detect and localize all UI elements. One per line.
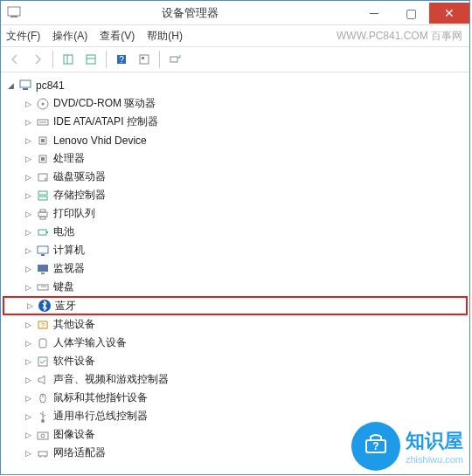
network-icon [36, 446, 50, 460]
tree-item-label: 电池 [53, 224, 74, 239]
toolbar: ? [1, 46, 469, 72]
tree-item[interactable]: ▷鼠标和其他指针设备 [3, 389, 468, 407]
camera-icon [36, 428, 50, 442]
toolbar-show-hide[interactable] [58, 49, 79, 70]
window-title: 设备管理器 [24, 5, 356, 21]
svg-rect-24 [38, 197, 47, 200]
svg-point-44 [41, 419, 45, 423]
expand-icon[interactable]: ▷ [22, 226, 34, 238]
expand-icon[interactable]: ▷ [22, 281, 34, 293]
tree-item-label: 蓝牙 [55, 299, 76, 314]
expand-icon[interactable]: ▷ [24, 300, 36, 312]
tree-item-label: 声音、视频和游戏控制器 [53, 372, 169, 387]
expand-icon[interactable]: ▷ [22, 116, 34, 128]
toolbar-help[interactable]: ? [111, 49, 132, 70]
menu-help[interactable]: 帮助(H) [147, 29, 183, 44]
disk-icon [36, 170, 50, 184]
logo-main-text: 知识屋 [406, 428, 463, 454]
expand-icon[interactable]: ▷ [22, 374, 34, 386]
battery-icon [36, 225, 50, 239]
svg-rect-32 [38, 265, 48, 272]
expand-icon[interactable]: ▷ [22, 263, 34, 275]
svg-rect-11 [20, 80, 31, 87]
tree-item[interactable]: ▷电池 [3, 223, 468, 241]
svg-rect-30 [38, 246, 48, 253]
svg-rect-26 [40, 210, 45, 212]
svg-rect-0 [8, 7, 20, 16]
mouse-icon [36, 391, 50, 405]
monitor-icon [36, 262, 50, 276]
svg-point-22 [45, 178, 46, 180]
svg-rect-4 [87, 55, 95, 64]
titlebar: 设备管理器 ─ ▢ ✕ [1, 1, 469, 25]
tree-item[interactable]: ▷计算机 [3, 241, 468, 259]
expand-icon[interactable]: ▷ [22, 447, 34, 459]
tree-item[interactable]: ▷磁盘驱动器 [3, 168, 468, 186]
expand-icon[interactable]: ▷ [22, 355, 34, 368]
separator [159, 51, 160, 68]
expand-icon[interactable]: ▷ [22, 337, 34, 349]
tree-item[interactable]: ▷人体学输入设备 [3, 334, 468, 352]
tree-item[interactable]: ▷IDE ATA/ATAPI 控制器 [3, 113, 468, 131]
tree-item-label: 通用串行总线控制器 [53, 409, 148, 424]
menu-view[interactable]: 查看(V) [100, 29, 135, 44]
expand-icon[interactable]: ▷ [22, 98, 34, 110]
tree-item-label: 网络适配器 [53, 445, 106, 460]
svg-rect-1 [10, 16, 17, 17]
tree-root[interactable]: ◢ pc841 [3, 76, 468, 94]
toolbar-refresh[interactable] [164, 49, 185, 70]
bluetooth-icon [38, 299, 52, 313]
toolbar-properties[interactable] [80, 49, 101, 70]
tree-item-label: 键盘 [53, 279, 74, 294]
svg-rect-18 [41, 139, 45, 142]
tree-item[interactable]: ▷键盘 [3, 278, 468, 296]
forward-button[interactable] [27, 49, 48, 70]
zhishiwu-logo: ? 知识屋 zhishiwu.com [351, 422, 463, 471]
window-buttons: ─ ▢ ✕ [356, 3, 469, 24]
maximize-button[interactable]: ▢ [392, 3, 429, 24]
tree-item[interactable]: ▷监视器 [3, 259, 468, 278]
menu-action[interactable]: 操作(A) [52, 29, 87, 44]
svg-text:?: ? [119, 55, 124, 65]
svg-rect-40 [39, 339, 46, 348]
tree-item[interactable]: ▷Lenovo Vhid Device [3, 131, 468, 149]
logo-circle-icon: ? [351, 422, 400, 471]
tree-item[interactable]: ▷软件设备 [3, 352, 468, 370]
expand-icon[interactable]: ▷ [22, 319, 34, 331]
logo-text-group: 知识屋 zhishiwu.com [406, 428, 463, 465]
expand-icon[interactable]: ▷ [22, 410, 34, 423]
expand-icon[interactable]: ▷ [22, 245, 34, 257]
expand-icon[interactable]: ▷ [22, 190, 34, 202]
menu-file[interactable]: 文件(F) [6, 29, 40, 44]
tree-item[interactable]: ▷打印队列 [3, 204, 468, 223]
tree-item[interactable]: ▷蓝牙 [3, 296, 468, 315]
svg-rect-9 [142, 57, 144, 59]
expand-icon[interactable]: ▷ [22, 429, 34, 441]
expand-icon[interactable]: ▷ [22, 392, 34, 404]
tree-item[interactable]: ▷存储控制器 [3, 186, 468, 204]
tree-item[interactable]: ▷?其他设备 [3, 315, 468, 334]
back-button[interactable] [4, 49, 25, 70]
svg-rect-20 [41, 157, 45, 161]
svg-text:?: ? [372, 440, 378, 452]
svg-rect-12 [23, 88, 28, 90]
tree-item-label: 图像设备 [53, 427, 95, 442]
svg-rect-25 [38, 212, 47, 217]
expand-icon[interactable]: ▷ [22, 153, 34, 165]
expand-icon[interactable]: ▷ [22, 171, 34, 183]
toolbar-scan[interactable] [134, 49, 155, 70]
svg-point-14 [42, 102, 45, 105]
tree-item-label: 其他设备 [53, 317, 95, 332]
expand-icon[interactable]: ▷ [22, 135, 34, 147]
expand-icon[interactable]: ▷ [22, 208, 34, 220]
device-tree[interactable]: ◢ pc841 ▷DVD/CD-ROM 驱动器▷IDE ATA/ATAPI 控制… [1, 72, 469, 474]
minimize-button[interactable]: ─ [356, 3, 392, 24]
collapse-icon[interactable]: ◢ [4, 79, 17, 92]
logo-sub-text: zhishiwu.com [406, 454, 463, 465]
tree-item[interactable]: ▷声音、视频和游戏控制器 [3, 370, 468, 389]
tree-item[interactable]: ▷DVD/CD-ROM 驱动器 [3, 94, 468, 113]
tree-item-label: IDE ATA/ATAPI 控制器 [53, 114, 158, 129]
close-button[interactable]: ✕ [429, 3, 469, 24]
tree-item[interactable]: ▷处理器 [3, 149, 468, 168]
computer-icon [36, 244, 50, 258]
